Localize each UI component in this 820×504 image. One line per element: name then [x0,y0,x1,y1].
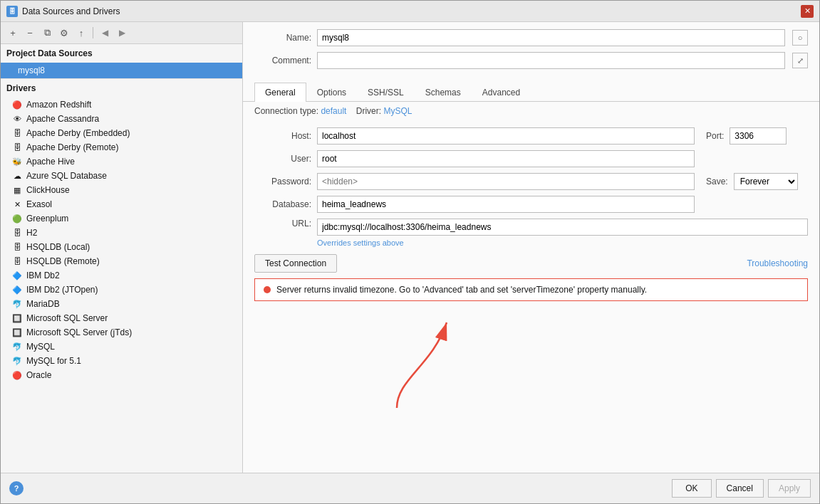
driver-name: Apache Derby (Remote) [26,142,118,152]
driver-azure-sql[interactable]: ☁ Azure SQL Database [1,169,242,183]
add-button[interactable]: + [5,25,21,41]
driver-mariadb[interactable]: 🐬 MariaDB [1,297,242,311]
tab-general[interactable]: General [254,83,306,102]
driver-greenplum[interactable]: 🟢 Greenplum [1,211,242,226]
remove-button[interactable]: − [22,25,38,41]
save-select[interactable]: Forever Until restart Never [734,173,798,190]
driver-name: HSQLDB (Local) [26,242,90,252]
driver-name: HSQLDB (Remote) [26,256,100,266]
back-button[interactable]: ◀ [97,25,113,41]
driver-name: Apache Cassandra [26,114,99,124]
help-button[interactable]: ? [9,481,24,495]
driver-apache-derby-remote[interactable]: 🗄 Apache Derby (Remote) [1,140,242,154]
driver-name: Exasol [26,199,52,209]
driver-link[interactable]: MySQL [383,106,412,116]
driver-name: Microsoft SQL Server (jTds) [26,327,132,337]
greenplum-icon: 🟢 [12,214,22,224]
forward-button[interactable]: ▶ [114,25,130,41]
tab-options[interactable]: Options [306,83,357,102]
ibm-db2-jtopen-icon: 🔷 [12,285,22,295]
connection-type-label: Connection type: [254,106,318,116]
mssql-icon: 🔲 [12,313,22,323]
derby-embedded-icon: 🗄 [12,128,22,138]
right-panel: Name: ○ Comment: ⤢ General Options SSH/S… [243,22,819,473]
selected-datasource[interactable]: mysql8 [1,63,242,78]
troubleshooting-link[interactable]: Troubleshooting [747,258,808,268]
oracle-icon: 🔴 [12,370,22,380]
left-toolbar: + − ⧉ ⚙ ↑ ◀ ▶ [1,22,242,44]
settings-button[interactable]: ⚙ [56,25,72,41]
user-input[interactable] [317,150,695,167]
host-label: Host: [254,131,311,141]
driver-name: Microsoft SQL Server [26,313,108,323]
overrides-text: Overrides settings above [317,238,808,247]
connection-type-link[interactable]: default [321,106,346,116]
test-connection-button[interactable]: Test Connection [254,254,337,273]
tab-schemas[interactable]: Schemas [415,83,472,102]
name-expand-button[interactable]: ○ [792,30,808,46]
form-section: Name: ○ Comment: ⤢ [243,22,819,79]
url-label: URL: [254,219,311,229]
name-input[interactable] [317,29,785,46]
copy-button[interactable]: ⧉ [39,25,55,41]
driver-name: H2 [26,228,37,238]
host-row: Host: Port: [254,127,808,145]
port-input[interactable] [730,127,787,145]
driver-mysql[interactable]: 🐬 MySQL [1,340,242,354]
upload-button[interactable]: ↑ [73,25,89,41]
tabs-bar: General Options SSH/SSL Schemas Advanced [243,82,819,102]
tab-advanced[interactable]: Advanced [472,83,531,102]
derby-remote-icon: 🗄 [12,142,22,152]
main-window: 🗄 Data Sources and Drivers ✕ + − ⧉ ⚙ ↑ ◀… [0,0,820,504]
ok-button[interactable]: OK [672,479,711,498]
save-label: Save: [706,177,728,187]
driver-name: Oracle [26,370,51,380]
hive-icon: 🐝 [12,157,22,167]
driver-apache-cassandra[interactable]: 👁 Apache Cassandra [1,112,242,126]
mariadb-icon: 🐬 [12,299,22,309]
driver-h2[interactable]: 🗄 H2 [1,226,242,240]
comment-label: Comment: [254,56,311,65]
tab-ssh-ssl[interactable]: SSH/SSL [357,83,415,102]
driver-hsqldb-local[interactable]: 🗄 HSQLDB (Local) [1,240,242,254]
url-input[interactable] [317,219,808,236]
driver-hsqldb-remote[interactable]: 🗄 HSQLDB (Remote) [1,254,242,268]
close-button[interactable]: ✕ [801,5,814,18]
title-bar: 🗄 Data Sources and Drivers ✕ [1,1,819,22]
driver-ibm-db2-jtopen[interactable]: 🔷 IBM Db2 (JTOpen) [1,283,242,297]
driver-oracle[interactable]: 🔴 Oracle [1,368,242,382]
separator [93,27,93,38]
app-icon: 🗄 [6,6,18,17]
driver-apache-derby-embedded[interactable]: 🗄 Apache Derby (Embedded) [1,126,242,140]
driver-mssql-jtds[interactable]: 🔲 Microsoft SQL Server (jTds) [1,325,242,340]
error-message: Server returns invalid timezone. Go to '… [276,285,647,295]
drivers-section: Drivers 🔴 Amazon Redshift 👁 Apache Cassa… [1,78,242,473]
bottom-left: ? [9,481,24,495]
h2-icon: 🗄 [12,228,22,238]
comment-expand-button[interactable]: ⤢ [792,53,808,68]
ibm-db2-icon: 🔷 [12,271,22,280]
driver-name: Apache Derby (Embedded) [26,128,130,138]
driver-exasol[interactable]: ✕ Exasol [1,197,242,211]
driver-apache-hive[interactable]: 🐝 Apache Hive [1,154,242,169]
driver-name: MySQL for 5.1 [26,356,81,366]
driver-clickhouse[interactable]: ▦ ClickHouse [1,183,242,197]
password-input[interactable] [317,173,695,190]
title-bar-left: 🗄 Data Sources and Drivers [6,6,120,17]
cancel-button[interactable]: Cancel [716,479,764,498]
left-panel: + − ⧉ ⚙ ↑ ◀ ▶ Project Data Sources mysql… [1,22,243,473]
driver-name: Amazon Redshift [26,100,91,110]
host-input[interactable] [317,127,695,145]
driver-name: IBM Db2 [26,271,60,280]
comment-input[interactable] [317,52,785,69]
driver-label: Driver: [356,106,381,116]
driver-ibm-db2[interactable]: 🔷 IBM Db2 [1,268,242,283]
apply-button[interactable]: Apply [768,479,811,498]
database-input[interactable] [317,196,695,213]
driver-name: Apache Hive [26,157,75,167]
driver-amazon-redshift[interactable]: 🔴 Amazon Redshift [1,98,242,112]
driver-mysql-51[interactable]: 🐬 MySQL for 5.1 [1,354,242,368]
driver-mssql[interactable]: 🔲 Microsoft SQL Server [1,311,242,325]
password-row: Password: Save: Forever Until restart Ne… [254,173,808,190]
window-title: Data Sources and Drivers [22,6,120,16]
